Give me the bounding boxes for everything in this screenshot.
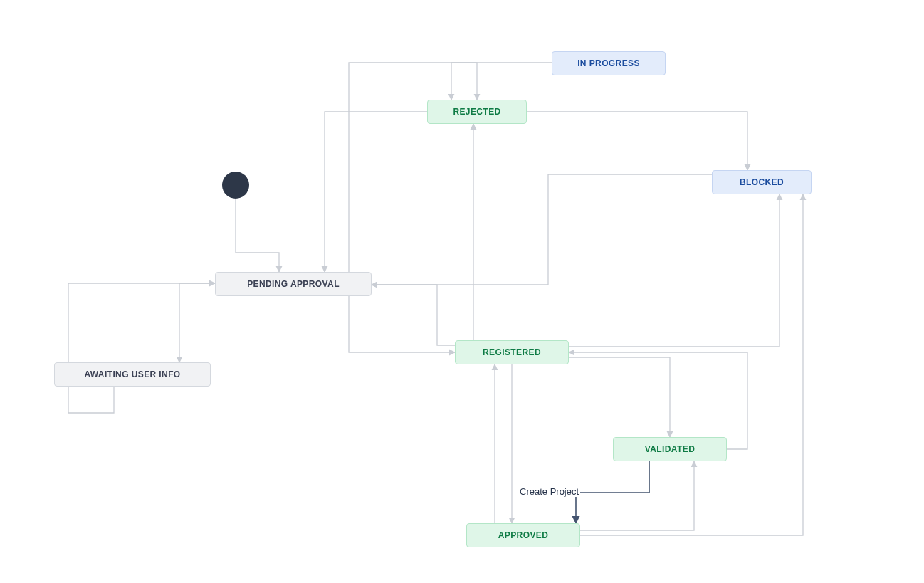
- workflow-diagram: IN PROGRESS REJECTED BLOCKED PENDING APP…: [0, 0, 924, 583]
- edge: [236, 199, 279, 272]
- node-label: IN PROGRESS: [577, 58, 640, 68]
- node-validated[interactable]: VALIDATED: [613, 437, 727, 461]
- node-registered[interactable]: REGISTERED: [455, 340, 569, 364]
- node-awaiting[interactable]: AWAITING USER INFO: [54, 362, 211, 387]
- edge: [349, 63, 477, 272]
- node-label: REGISTERED: [483, 347, 541, 357]
- edge: [325, 112, 427, 272]
- edge: [451, 63, 552, 100]
- node-label: APPROVED: [498, 530, 549, 540]
- edge: [576, 461, 649, 523]
- node-label: REJECTED: [453, 107, 500, 117]
- node-pending[interactable]: PENDING APPROVAL: [215, 272, 372, 296]
- node-label: BLOCKED: [740, 177, 784, 187]
- edge: [569, 194, 779, 347]
- edge: [569, 352, 747, 449]
- node-rejected[interactable]: REJECTED: [427, 100, 527, 124]
- node-in-progress[interactable]: IN PROGRESS: [552, 51, 666, 75]
- edge: [527, 112, 747, 170]
- edge: [580, 461, 694, 530]
- edge-label: Create Project: [518, 486, 580, 497]
- node-approved[interactable]: APPROVED: [466, 523, 580, 547]
- edge: [179, 283, 215, 362]
- edge: [349, 296, 455, 352]
- node-label: AWAITING USER INFO: [84, 369, 180, 379]
- edges-layer: [0, 0, 924, 583]
- edge: [372, 174, 712, 285]
- edge: [372, 285, 455, 345]
- edge: [68, 283, 215, 413]
- edge: [569, 357, 670, 437]
- node-blocked[interactable]: BLOCKED: [712, 170, 812, 194]
- node-label: VALIDATED: [645, 444, 695, 454]
- edge: [580, 194, 803, 535]
- node-label: PENDING APPROVAL: [247, 279, 340, 289]
- start-node: [222, 172, 249, 199]
